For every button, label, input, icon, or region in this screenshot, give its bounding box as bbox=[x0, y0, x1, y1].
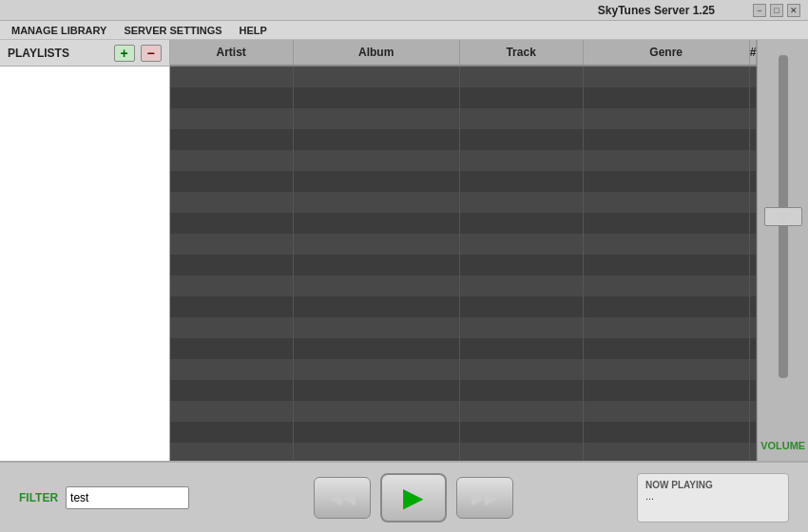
table-row[interactable] bbox=[170, 129, 758, 150]
table-cell bbox=[294, 422, 460, 443]
table-cell bbox=[750, 66, 758, 87]
app-title: SkyTunes Server 1.25 bbox=[198, 4, 753, 17]
table-row[interactable] bbox=[170, 338, 758, 359]
volume-slider-track[interactable]: ||| bbox=[779, 55, 788, 378]
table-cell bbox=[584, 108, 750, 129]
table-cell bbox=[460, 192, 584, 213]
table-cell bbox=[750, 317, 758, 338]
table-row[interactable] bbox=[170, 380, 758, 401]
table-cell bbox=[750, 443, 758, 461]
table-cell bbox=[584, 443, 750, 461]
table-cell bbox=[294, 150, 460, 171]
track-table-body bbox=[170, 66, 758, 461]
table-cell bbox=[750, 108, 758, 129]
col-header-album: Album bbox=[294, 40, 460, 65]
filter-input[interactable] bbox=[66, 486, 189, 509]
maximize-button[interactable]: □ bbox=[770, 4, 783, 17]
table-cell bbox=[584, 338, 750, 359]
menu-manage-library[interactable]: MANAGE LIBRARY bbox=[4, 23, 114, 38]
table-cell bbox=[460, 171, 584, 192]
table-cell bbox=[750, 255, 758, 276]
table-cell bbox=[584, 171, 750, 192]
table-cell bbox=[460, 359, 584, 380]
table-cell bbox=[170, 443, 294, 461]
table-cell bbox=[750, 129, 758, 150]
table-row[interactable] bbox=[170, 108, 758, 129]
table-cell bbox=[294, 234, 460, 255]
table-cell bbox=[750, 192, 758, 213]
col-header-number: # bbox=[750, 40, 758, 65]
table-row[interactable] bbox=[170, 296, 758, 317]
close-button[interactable]: ✕ bbox=[787, 4, 800, 17]
table-row[interactable] bbox=[170, 401, 758, 422]
table-row[interactable] bbox=[170, 66, 758, 87]
table-row[interactable] bbox=[170, 87, 758, 108]
table-cell bbox=[584, 359, 750, 380]
table-cell bbox=[170, 401, 294, 422]
table-cell bbox=[170, 380, 294, 401]
menu-bar: MANAGE LIBRARY SERVER SETTINGS HELP bbox=[0, 21, 808, 40]
table-row[interactable] bbox=[170, 192, 758, 213]
table-row[interactable] bbox=[170, 171, 758, 192]
play-button[interactable]: ▶ bbox=[380, 473, 447, 522]
rewind-button[interactable]: ◀◀ bbox=[314, 477, 371, 519]
table-header: Artist Album Track Genre # bbox=[170, 40, 758, 66]
table-cell bbox=[584, 276, 750, 296]
table-cell bbox=[170, 422, 294, 443]
table-cell bbox=[294, 66, 460, 87]
table-row[interactable] bbox=[170, 213, 758, 234]
remove-playlist-button[interactable]: − bbox=[141, 45, 162, 62]
playlist-list bbox=[0, 66, 169, 461]
table-cell bbox=[170, 296, 294, 317]
table-cell bbox=[460, 401, 584, 422]
table-row[interactable] bbox=[170, 255, 758, 276]
table-cell bbox=[584, 255, 750, 276]
add-playlist-button[interactable]: + bbox=[114, 45, 135, 62]
col-header-artist: Artist bbox=[170, 40, 294, 65]
table-row[interactable] bbox=[170, 317, 758, 338]
table-cell bbox=[294, 129, 460, 150]
table-row[interactable] bbox=[170, 150, 758, 171]
bottom-bar: FILTER ◀◀ ▶ ▶▶ NOW PLAYING ... bbox=[0, 461, 808, 532]
menu-server-settings[interactable]: SERVER SETTINGS bbox=[116, 23, 229, 38]
table-cell bbox=[170, 87, 294, 108]
table-cell bbox=[170, 129, 294, 150]
table-cell bbox=[294, 443, 460, 461]
table-cell bbox=[460, 234, 584, 255]
table-row[interactable] bbox=[170, 234, 758, 255]
table-cell bbox=[294, 296, 460, 317]
table-row[interactable] bbox=[170, 359, 758, 380]
table-row[interactable] bbox=[170, 443, 758, 461]
table-row[interactable] bbox=[170, 422, 758, 443]
table-cell bbox=[584, 401, 750, 422]
table-cell bbox=[750, 171, 758, 192]
now-playing-panel: NOW PLAYING ... bbox=[637, 473, 789, 522]
table-cell bbox=[294, 192, 460, 213]
menu-help[interactable]: HELP bbox=[232, 23, 275, 38]
table-cell bbox=[584, 87, 750, 108]
table-cell bbox=[750, 401, 758, 422]
table-cell bbox=[750, 276, 758, 296]
table-cell bbox=[460, 317, 584, 338]
table-cell bbox=[460, 255, 584, 276]
volume-slider-thumb[interactable]: ||| bbox=[764, 207, 802, 226]
table-cell bbox=[584, 234, 750, 255]
table-cell bbox=[294, 359, 460, 380]
filter-section: FILTER bbox=[19, 486, 189, 509]
table-cell bbox=[584, 296, 750, 317]
table-cell bbox=[584, 317, 750, 338]
table-cell bbox=[294, 213, 460, 234]
table-cell bbox=[750, 422, 758, 443]
volume-panel: ||| VOLUME bbox=[757, 40, 808, 461]
minimize-button[interactable]: − bbox=[753, 4, 766, 17]
table-cell bbox=[460, 129, 584, 150]
sidebar: PLAYLISTS + − bbox=[0, 40, 170, 461]
table-row[interactable] bbox=[170, 276, 758, 296]
table-cell bbox=[750, 296, 758, 317]
now-playing-text: ... bbox=[645, 490, 780, 502]
forward-button[interactable]: ▶▶ bbox=[456, 477, 513, 519]
sidebar-header: PLAYLISTS + − bbox=[0, 40, 169, 66]
table-cell bbox=[170, 359, 294, 380]
table-cell bbox=[294, 87, 460, 108]
main-area: PLAYLISTS + − Artist Album Track Genre #… bbox=[0, 40, 808, 461]
